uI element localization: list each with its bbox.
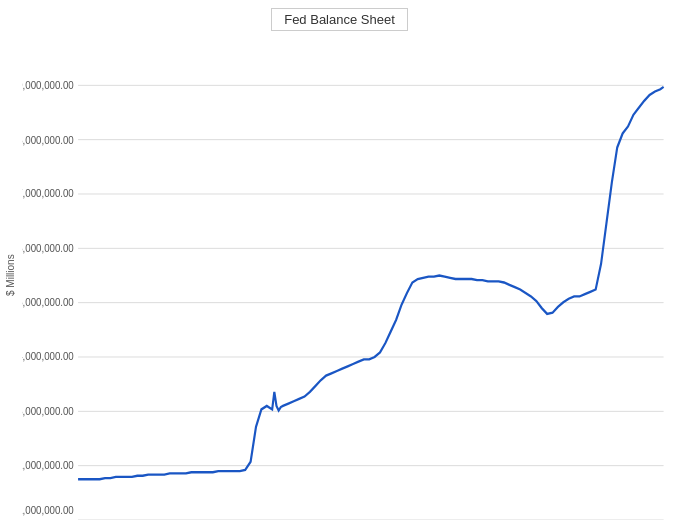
svg-text:1,000,000.00: 1,000,000.00 xyxy=(22,505,74,516)
svg-text:7,000,000.00: 7,000,000.00 xyxy=(22,188,74,199)
svg-text:9,000,000.00: 9,000,000.00 xyxy=(22,80,74,91)
chart-container: Fed Balance Sheet $ Millions xyxy=(0,0,679,530)
svg-text:4,000,000.00: 4,000,000.00 xyxy=(22,351,74,362)
chart-title-wrapper: Fed Balance Sheet xyxy=(271,8,408,31)
svg-text:6,000,000.00: 6,000,000.00 xyxy=(22,243,74,254)
svg-text:8,000,000.00: 8,000,000.00 xyxy=(22,135,74,146)
y-axis-label: $ Millions xyxy=(0,31,22,520)
chart-title: Fed Balance Sheet xyxy=(284,12,395,27)
svg-wrapper: 9,000,000.00 8,000,000.00 7,000,000.00 6… xyxy=(22,31,669,520)
chart-line xyxy=(78,87,664,479)
chart-inner: 9,000,000.00 8,000,000.00 7,000,000.00 6… xyxy=(22,31,679,520)
chart-area: $ Millions 9, xyxy=(0,31,679,530)
svg-text:2,000,000.00: 2,000,000.00 xyxy=(22,459,74,470)
svg-text:5,000,000.00: 5,000,000.00 xyxy=(22,296,74,307)
svg-text:3,000,000.00: 3,000,000.00 xyxy=(22,406,74,417)
